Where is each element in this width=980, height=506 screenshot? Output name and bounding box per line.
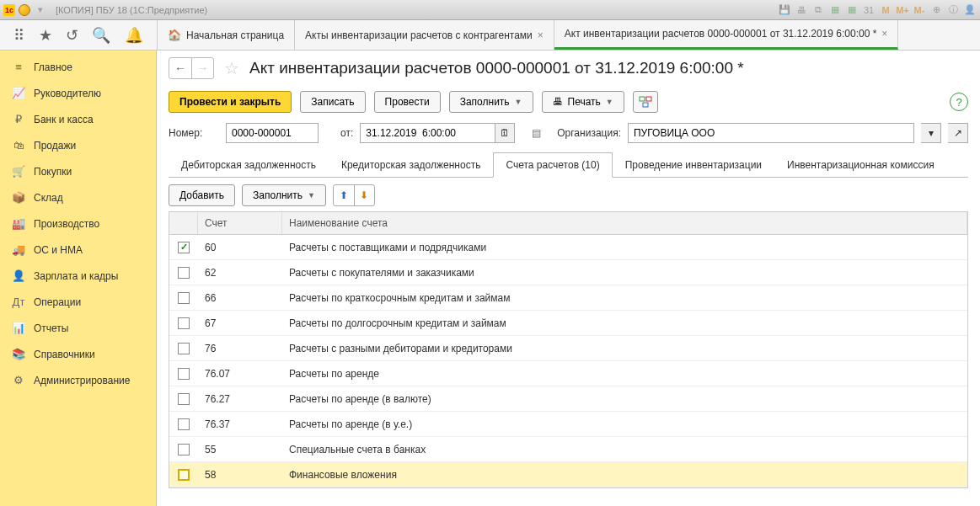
calc-icon[interactable]: ▦ (828, 3, 842, 17)
date-input[interactable] (360, 123, 495, 143)
post-button[interactable]: Провести (374, 91, 441, 113)
page-tab[interactable]: Акты инвентаризации расчетов с контраген… (295, 20, 554, 50)
back-button[interactable]: ← (169, 58, 191, 78)
sidebar-item[interactable]: 📚Справочники (0, 341, 156, 367)
table-row[interactable]: 55Специальные счета в банках (169, 437, 967, 462)
sidebar-item[interactable]: 🏭Производство (0, 210, 156, 237)
cell-account: 66 (198, 289, 282, 307)
row-checkbox[interactable] (178, 418, 190, 430)
table-row[interactable]: 58Финансовые вложения (169, 462, 967, 487)
row-checkbox[interactable]: ✓ (178, 242, 190, 253)
move-up-button[interactable]: ⬆ (334, 185, 354, 205)
sidebar-item[interactable]: 🚚ОС и НМА (0, 237, 156, 263)
inner-tab[interactable]: Инвентаризационная комиссия (774, 152, 947, 178)
number-input[interactable] (226, 123, 319, 143)
sidebar-icon: ⚙ (12, 374, 25, 386)
table-row[interactable]: 76.07Расчеты по аренде (169, 361, 967, 386)
history-icon[interactable]: ↺ (66, 26, 78, 45)
print-icon[interactable]: 🖶 (795, 3, 808, 17)
post-close-button[interactable]: Провести и закрыть (169, 91, 292, 113)
fill-rows-button[interactable]: Заполнить▼ (242, 184, 326, 206)
dropdown-icon[interactable]: ▾ (34, 3, 47, 17)
sidebar-item[interactable]: ₽Банк и касса (0, 106, 156, 132)
info-icon[interactable]: ⓘ (946, 3, 960, 17)
m-icon[interactable]: M (879, 3, 892, 17)
row-checkbox[interactable] (178, 444, 190, 455)
cell-account: 76 (198, 339, 282, 358)
cell-name: Расчеты по аренде (в валюте) (282, 390, 967, 408)
reg-moves-button[interactable] (633, 91, 658, 113)
cell-name: Расчеты по аренде (в у.е.) (282, 415, 967, 434)
sidebar-item[interactable]: 📊Отчеты (0, 315, 156, 341)
inner-tab[interactable]: Кредиторская задолженность (329, 152, 493, 178)
compare-icon[interactable]: ⧉ (811, 3, 825, 17)
accounts-grid: Счет Наименование счета ✓60Расчеты с пос… (169, 211, 968, 488)
calendar-button[interactable]: 🗓 (495, 123, 515, 143)
col-account[interactable]: Счет (198, 212, 282, 234)
inner-tab[interactable]: Проведение инвентаризации (613, 152, 774, 178)
nav-buttons: ← → (169, 57, 214, 79)
sidebar-item[interactable]: ДтОперации (0, 289, 156, 315)
row-checkbox[interactable] (178, 267, 190, 279)
cell-account: 76.27 (198, 390, 282, 408)
cell-account: 55 (198, 440, 282, 459)
inner-tab[interactable]: Дебиторская задолженность (169, 152, 329, 178)
page-tab[interactable]: 🏠Начальная страница (158, 20, 295, 50)
org-select-button[interactable]: ▾ (921, 123, 941, 143)
cell-account: 60 (198, 238, 282, 257)
org-open-button[interactable]: ↗ (948, 123, 968, 143)
page-tab[interactable]: Акт инвентаризации расчетов 0000-000001 … (554, 20, 899, 50)
sidebar-item[interactable]: 🛍Продажи (0, 132, 156, 158)
row-checkbox[interactable] (178, 368, 190, 380)
close-icon[interactable]: × (881, 28, 887, 40)
table-row[interactable]: 66Расчеты по краткосрочным кредитам и за… (169, 285, 967, 311)
close-icon[interactable]: × (538, 29, 544, 41)
content-area: ← → ☆ Акт инвентаризации расчетов 0000-0… (157, 51, 980, 506)
col-name[interactable]: Наименование счета (282, 212, 967, 234)
sidebar-item[interactable]: ≡Главное (0, 54, 156, 80)
inner-tabs: Дебиторская задолженностьКредиторская за… (169, 152, 968, 178)
table-row[interactable]: ✓60Расчеты с поставщиками и подрядчиками (169, 235, 967, 260)
sidebar-item[interactable]: 📈Руководителю (0, 80, 156, 106)
fill-button[interactable]: Заполнить▼ (449, 91, 533, 113)
star-icon[interactable]: ☆ (224, 58, 239, 78)
write-button[interactable]: Записать (300, 91, 365, 113)
sidebar-item[interactable]: 👤Зарплата и кадры (0, 263, 156, 289)
user-icon[interactable]: 👤 (963, 3, 977, 17)
forward-button[interactable]: → (191, 58, 213, 78)
search-icon[interactable]: 🔍 (92, 26, 110, 45)
m-plus-icon[interactable]: M+ (896, 3, 909, 17)
apps-icon[interactable]: ⠿ (13, 26, 24, 45)
table-row[interactable]: 62Расчеты с покупателями и заказчиками (169, 260, 967, 285)
row-checkbox[interactable] (178, 292, 190, 304)
favorite-icon[interactable]: ★ (39, 26, 52, 45)
zoom-icon[interactable]: ⊕ (929, 3, 943, 17)
cell-name: Финансовые вложения (282, 466, 967, 484)
row-checkbox[interactable] (178, 469, 190, 481)
m-minus-icon[interactable]: M- (913, 3, 926, 17)
move-down-button[interactable]: ⬇ (354, 185, 374, 205)
clip-icon[interactable]: ▤ (527, 124, 545, 142)
table-row[interactable]: 76.37Расчеты по аренде (в у.е.) (169, 412, 967, 437)
org-input[interactable] (628, 123, 914, 143)
print-button[interactable]: 🖶Печать▼ (542, 91, 624, 113)
sidebar-item[interactable]: ⚙Администрирование (0, 367, 156, 393)
row-checkbox[interactable] (178, 317, 190, 329)
row-checkbox[interactable] (178, 343, 190, 354)
bell-icon[interactable]: 🔔 (125, 26, 143, 45)
cell-name: Расчеты с поставщиками и подрядчиками (282, 238, 967, 257)
table-row[interactable]: 76.27Расчеты по аренде (в валюте) (169, 386, 967, 412)
table-row[interactable]: 67Расчеты по долгосрочным кредитам и зай… (169, 311, 967, 336)
row-checkbox[interactable] (178, 393, 190, 405)
col-check (169, 212, 198, 234)
calendar-icon[interactable]: 31 (862, 3, 876, 17)
sidebar-item[interactable]: 🛒Покупки (0, 158, 156, 184)
sidebar-item[interactable]: 📦Склад (0, 184, 156, 210)
calc2-icon[interactable]: ▦ (845, 3, 859, 17)
table-row[interactable]: 76Расчеты с разными дебиторами и кредито… (169, 336, 967, 361)
add-row-button[interactable]: Добавить (169, 184, 235, 206)
sidebar-item-label: Отчеты (34, 322, 68, 334)
inner-tab[interactable]: Счета расчетов (10) (493, 152, 612, 178)
save-icon[interactable]: 💾 (778, 3, 791, 17)
help-button[interactable]: ? (950, 93, 968, 111)
